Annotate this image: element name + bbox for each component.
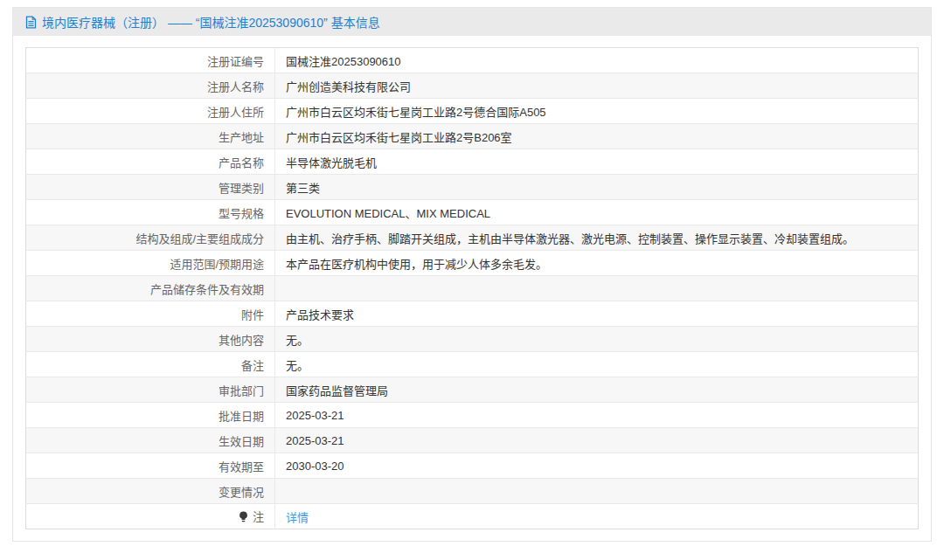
table-row: 注 详情 — [26, 504, 919, 529]
row-label: 注册证编号 — [26, 48, 275, 73]
row-label: 注册人名称 — [26, 73, 275, 99]
table-row: 生效日期 2025-03-21 — [26, 428, 919, 453]
table-row: 适用范围/预期用途 本产品在医疗机构中使用，用于减少人体多余毛发。 — [26, 251, 919, 276]
row-label-text: 附件 — [241, 308, 264, 321]
row-label-text: 产品名称 — [219, 156, 264, 169]
detail-link[interactable]: 详情 — [286, 511, 309, 524]
row-value: 详情 — [275, 504, 919, 529]
row-label: 注 — [26, 504, 275, 529]
row-label-text: 注册证编号 — [207, 55, 264, 68]
row-label-text: 其他内容 — [219, 334, 264, 347]
panel-header: 境内医疗器械（注册） —— “国械注准20253090610” 基本信息 — [13, 8, 931, 36]
document-icon — [25, 16, 37, 29]
table-row: 注册人名称 广州创造美科技有限公司 — [26, 73, 919, 99]
registration-info-table: 注册证编号 国械注准20253090610 注册人名称 广州创造美科技有限公司 — [25, 47, 919, 529]
row-value: 广州创造美科技有限公司 — [275, 73, 919, 99]
table-row: 管理类别 第三类 — [26, 175, 919, 200]
row-value: 2030-03-20 — [275, 453, 919, 479]
row-value: 2025-03-21 — [275, 403, 919, 428]
row-value-text: 2030-03-20 — [286, 460, 344, 473]
row-label-text: 生产地址 — [219, 131, 264, 144]
row-label-text: 注册人名称 — [207, 80, 264, 93]
row-value: 2025-03-21 — [275, 428, 919, 453]
row-value: EVOLUTION MEDICAL、MIX MEDICAL — [275, 200, 919, 225]
row-value-text: 半导体激光脱毛机 — [286, 156, 377, 169]
table-row: 备注 无。 — [26, 352, 919, 377]
row-value-text: 2025-03-21 — [286, 434, 344, 447]
table-row: 变更情况 — [26, 479, 919, 504]
row-value: 国械注准20253090610 — [275, 48, 919, 73]
row-label: 备注 — [26, 352, 275, 377]
table-row: 结构及组成/主要组成成分 由主机、治疗手柄、脚踏开关组成，主机由半导体激光器、激… — [26, 225, 919, 251]
row-label: 结构及组成/主要组成成分 — [26, 225, 275, 251]
row-value-text: 2025-03-21 — [286, 409, 344, 422]
row-value: 产品技术要求 — [275, 301, 919, 327]
table-row: 产品名称 半导体激光脱毛机 — [26, 149, 919, 175]
table-row: 附件 产品技术要求 — [26, 301, 919, 327]
row-value-text: 无。 — [286, 334, 309, 347]
table-row: 生产地址 广州市白云区均禾街七星岗工业路2号B206室 — [26, 124, 919, 149]
page-title: 境内医疗器械（注册） —— “国械注准20253090610” 基本信息 — [42, 13, 380, 31]
row-value-text: 第三类 — [286, 182, 320, 195]
row-value-text: 本产品在医疗机构中使用，用于减少人体多余毛发。 — [286, 258, 547, 271]
table-row: 注册证编号 国械注准20253090610 — [26, 48, 919, 73]
row-label: 审批部门 — [26, 377, 275, 403]
row-value: 第三类 — [275, 175, 919, 200]
row-label-text: 型号规格 — [219, 207, 264, 220]
row-value-text: EVOLUTION MEDICAL、MIX MEDICAL — [286, 207, 490, 220]
row-label: 型号规格 — [26, 200, 275, 225]
row-label-text: 产品储存条件及有效期 — [150, 283, 264, 296]
row-label: 管理类别 — [26, 175, 275, 200]
table-row: 注册人住所 广州市白云区均禾街七星岗工业路2号德合国际A505 — [26, 99, 919, 124]
table-row: 审批部门 国家药品监督管理局 — [26, 377, 919, 403]
row-value: 广州市白云区均禾街七星岗工业路2号B206室 — [275, 124, 919, 149]
row-value — [275, 276, 919, 301]
row-label: 有效期至 — [26, 453, 275, 479]
row-label-text: 备注 — [241, 359, 264, 372]
row-value: 无。 — [275, 352, 919, 377]
row-label: 注册人住所 — [26, 99, 275, 124]
row-label: 产品储存条件及有效期 — [26, 276, 275, 301]
row-value-text: 由主机、治疗手柄、脚踏开关组成，主机由半导体激光器、激光电源、控制装置、操作显示… — [286, 232, 854, 245]
row-label: 产品名称 — [26, 149, 275, 175]
row-value-text: 广州创造美科技有限公司 — [286, 80, 411, 93]
row-value-text: 无。 — [286, 359, 309, 372]
row-value-text: 广州市白云区均禾街七星岗工业路2号B206室 — [286, 131, 512, 144]
row-label: 批准日期 — [26, 403, 275, 428]
row-value: 由主机、治疗手柄、脚踏开关组成，主机由半导体激光器、激光电源、控制装置、操作显示… — [275, 225, 919, 251]
row-value: 半导体激光脱毛机 — [275, 149, 919, 175]
table-row: 批准日期 2025-03-21 — [26, 403, 919, 428]
row-value: 本产品在医疗机构中使用，用于减少人体多余毛发。 — [275, 251, 919, 276]
row-label: 适用范围/预期用途 — [26, 251, 275, 276]
row-label: 生产地址 — [26, 124, 275, 149]
row-label-text: 有效期至 — [219, 460, 264, 474]
row-label-text: 管理类别 — [219, 182, 264, 195]
bulb-icon — [239, 511, 248, 525]
row-label-text: 审批部门 — [219, 384, 264, 398]
row-value: 国家药品监督管理局 — [275, 377, 919, 403]
table-row: 有效期至 2030-03-20 — [26, 453, 919, 479]
row-label-text: 注册人住所 — [207, 106, 264, 119]
row-label-text: 变更情况 — [219, 486, 264, 499]
row-value: 广州市白云区均禾街七星岗工业路2号德合国际A505 — [275, 99, 919, 124]
row-label: 生效日期 — [26, 428, 275, 453]
row-value-text: 国家药品监督管理局 — [286, 384, 388, 398]
table-row: 型号规格 EVOLUTION MEDICAL、MIX MEDICAL — [26, 200, 919, 225]
table-row: 产品储存条件及有效期 — [26, 276, 919, 301]
row-label-text: 注 — [253, 510, 264, 523]
row-value: 无。 — [275, 327, 919, 352]
row-label-text: 结构及组成/主要组成成分 — [135, 232, 264, 245]
row-label-text: 批准日期 — [219, 410, 264, 423]
row-label-text: 适用范围/预期用途 — [170, 258, 264, 271]
row-value — [275, 479, 919, 504]
row-label: 变更情况 — [26, 479, 275, 504]
row-label: 其他内容 — [26, 327, 275, 352]
row-value-text: 产品技术要求 — [286, 308, 354, 321]
registration-info-panel: 境内医疗器械（注册） —— “国械注准20253090610” 基本信息 注册证… — [12, 7, 932, 542]
row-value-text: 国械注准20253090610 — [286, 55, 401, 68]
row-label-text: 生效日期 — [219, 435, 264, 448]
row-label: 附件 — [26, 301, 275, 327]
row-value-text: 广州市白云区均禾街七星岗工业路2号德合国际A505 — [286, 106, 546, 119]
table-row: 其他内容 无。 — [26, 327, 919, 352]
